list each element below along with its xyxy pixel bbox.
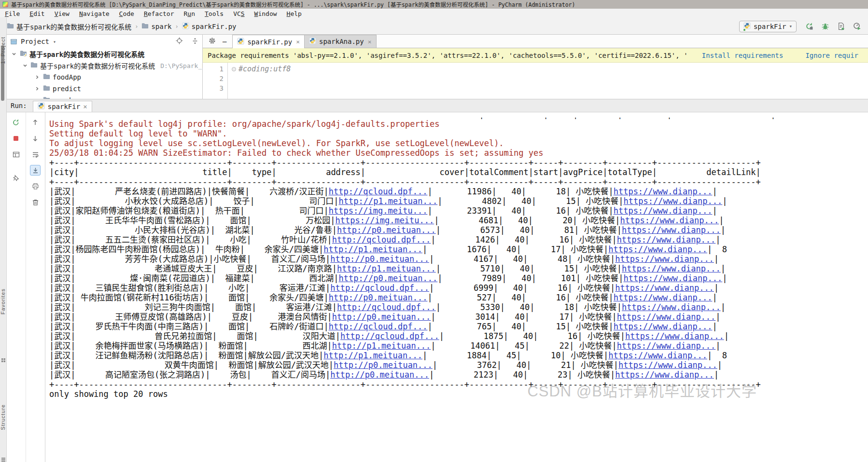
menu-item-refactor[interactable]: Refactor [144, 10, 174, 17]
menu-item-vcs[interactable]: VCS [233, 10, 244, 17]
hide-panel-icon[interactable]: — [223, 38, 226, 45]
console-link[interactable]: http://qcloud.dpf... [329, 187, 428, 196]
grid-icon[interactable] [1, 457, 6, 462]
project-panel-dropdown-icon[interactable]: ▾ [53, 39, 56, 44]
menu-item-window[interactable]: Window [254, 10, 277, 17]
menu-item-view[interactable]: View [55, 10, 70, 17]
console-link[interactable]: https://www.dianp... [615, 254, 714, 264]
tool-window-button-project[interactable]: 1: Project [0, 37, 7, 64]
console-link[interactable]: http://p0.meituan... [332, 312, 431, 322]
run-with-coverage-button[interactable] [837, 22, 845, 30]
tree-item-project[interactable]: 基于spark的美食数据分析可视化系统 [7, 48, 202, 60]
grid-icon[interactable] [1, 358, 6, 363]
scroll-to-end-button[interactable] [30, 165, 41, 176]
close-icon[interactable]: × [83, 103, 87, 110]
console-link[interactable]: https://www.dianp... [614, 206, 713, 216]
chevron-down-icon[interactable] [22, 63, 28, 68]
editor-tab-sparkAna-py[interactable]: sparkAna.py× [305, 35, 377, 48]
console-link[interactable]: https://www.dianp... [618, 360, 717, 370]
console-link[interactable]: https://www.dianp... [624, 196, 723, 206]
console-link[interactable]: https://www.dianp... [615, 370, 714, 380]
console-link[interactable]: http://qcloud.dpf... [332, 235, 431, 245]
down-stack-trace-button[interactable] [30, 133, 41, 144]
console-link[interactable]: https://www.dianp... [622, 225, 721, 235]
console-link[interactable]: https://www.dianp... [614, 293, 713, 302]
console-link[interactable]: https://www.dianp... [608, 245, 707, 254]
locate-file-button[interactable] [176, 37, 183, 46]
soft-wrap-button[interactable] [30, 149, 41, 160]
clear-all-button[interactable] [30, 197, 41, 207]
console-link[interactable]: https://www.dianp... [625, 331, 724, 341]
console-link[interactable]: http://qcloud.dpf... [329, 322, 428, 331]
console-link[interactable]: https://www.dianp... [624, 273, 723, 283]
menu-item-help[interactable]: Help [287, 10, 302, 17]
up-stack-trace-button[interactable] [30, 117, 41, 128]
close-icon[interactable]: × [296, 38, 300, 45]
console-output[interactable]: ------------+------------+-----+--------… [45, 112, 868, 462]
collapse-all-button[interactable] [192, 38, 198, 46]
console-link[interactable]: https://www.dianp... [622, 302, 721, 312]
restore-layout-button[interactable] [11, 149, 21, 160]
chevron-down-icon[interactable] [11, 51, 17, 57]
console-link[interactable]: https://www.dianp... [617, 341, 716, 351]
print-button[interactable] [30, 181, 41, 191]
console-link[interactable]: https://www.dianp... [617, 235, 716, 245]
chevron-right-icon[interactable] [34, 86, 41, 92]
tool-window-button-favorites[interactable]: Favorites [0, 288, 7, 314]
console-link[interactable]: https://www.dianp... [614, 322, 713, 331]
console-link[interactable]: https://img.meitu... [329, 206, 428, 216]
console-link[interactable]: http://p1.meituan... [323, 351, 422, 360]
editor-tab-sparkFir-py[interactable]: sparkFir.py× [232, 35, 305, 48]
tree-item-foodApp[interactable]: foodApp [7, 71, 202, 83]
tool-window-button-structure[interactable]: Structure [0, 404, 7, 430]
breadcrumb-item[interactable]: sparkFir.py [182, 22, 237, 31]
console-link[interactable]: https://www.dianp... [615, 283, 714, 293]
console-link[interactable]: https://www.dianp... [608, 351, 707, 360]
console-link[interactable]: https://www.dianp... [622, 264, 721, 273]
tree-item-spark[interactable]: spark [7, 95, 202, 99]
console-link[interactable]: http://p0.meituan... [339, 273, 438, 283]
console-link[interactable]: http://p1.meituan... [332, 341, 431, 351]
chevron-right-icon[interactable] [34, 74, 41, 80]
close-icon[interactable]: × [368, 38, 372, 45]
project-panel-title[interactable]: Project [21, 38, 49, 45]
profiler-button[interactable] [853, 22, 861, 30]
console-link[interactable]: https://www.dianp... [614, 187, 713, 196]
console-link[interactable]: http://qcloud.dpf... [330, 283, 429, 293]
console-link[interactable]: http://p1.meituan... [339, 196, 438, 206]
console-link[interactable]: http://p1.meituan... [337, 264, 436, 273]
console-link[interactable]: http://p0.meituan... [330, 370, 429, 380]
console-link[interactable]: https://www.dianp... [620, 216, 719, 225]
stop-button[interactable] [11, 133, 21, 144]
console-link[interactable]: http://qcloud.dpf... [340, 331, 439, 341]
console-link[interactable]: http://p1.meituan... [323, 245, 422, 254]
menu-item-navigate[interactable]: Navigate [79, 10, 110, 17]
run-console-tab[interactable]: sparkFir × [33, 101, 92, 112]
ignore-requirements-link[interactable]: Ignore requir [805, 52, 858, 59]
menu-item-run[interactable]: Run [184, 10, 195, 17]
console-link[interactable]: https://www.dianp... [617, 312, 716, 322]
console-link[interactable]: http://p0.meituan... [329, 293, 428, 302]
console-link[interactable]: http://p0.meituan... [334, 360, 433, 370]
tree-item-project[interactable]: 基于spark的美食数据分析可视化系统D:\PySpark_Dia [7, 60, 202, 71]
rerun-button[interactable] [805, 22, 813, 30]
console-link[interactable]: http://p0.meituan... [330, 254, 429, 264]
console-link[interactable]: http://qcloud.dpf... [337, 302, 436, 312]
chevron-down-icon[interactable] [34, 97, 41, 99]
console-link[interactable]: http://p0.meituan... [337, 225, 436, 235]
rerun-button[interactable] [11, 117, 21, 128]
menu-item-code[interactable]: Code [119, 10, 134, 17]
menu-item-tools[interactable]: Tools [205, 10, 224, 17]
debug-button[interactable] [821, 22, 829, 30]
console-link[interactable]: https://img.meitu... [336, 216, 434, 225]
install-requirements-link[interactable]: Install requirements [702, 52, 784, 59]
breadcrumb-item[interactable]: 基于spark的美食数据分析可视化系统 [7, 22, 131, 31]
run-configuration-selector[interactable]: sparkFir ▾ [739, 21, 797, 32]
breadcrumb-item[interactable]: spark [141, 22, 171, 31]
menu-item-file[interactable]: File [5, 10, 20, 17]
code-editor[interactable]: 123 #coding:utf8 [203, 63, 868, 99]
tree-item-predict[interactable]: predict [7, 83, 202, 95]
menu-item-edit[interactable]: Edit [29, 10, 44, 17]
pin-tab-button[interactable] [11, 173, 21, 183]
settings-gear-icon[interactable] [209, 37, 216, 46]
